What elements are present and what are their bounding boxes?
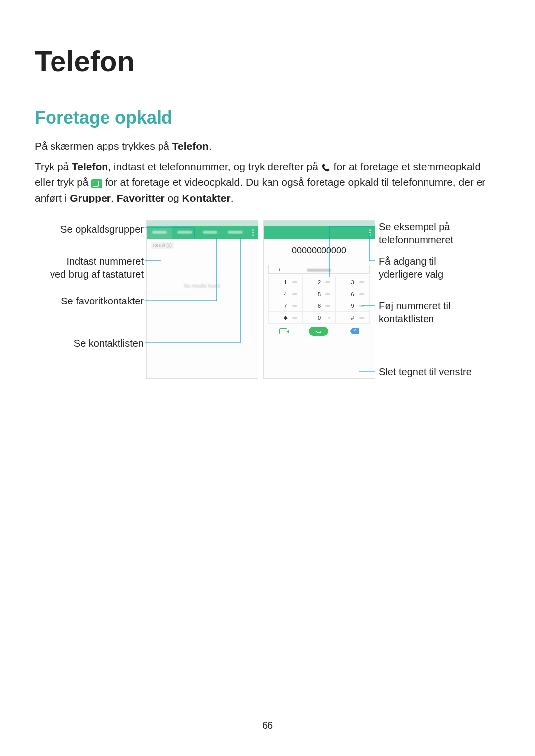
body-b2: Grupper [70,192,111,203]
no-results-text: No results found [151,283,254,289]
phone-screenshot-left: Result (0) No results found [146,220,258,379]
tab-groups[interactable] [172,226,197,239]
tab-contacts-r[interactable] [339,226,365,239]
call-button[interactable] [309,327,328,336]
key-1[interactable]: 1 [269,276,303,288]
body-s1: , [111,192,117,203]
tab-keypad-r[interactable] [264,226,289,239]
video-call-icon [91,179,102,188]
key-6[interactable]: 6 [336,288,370,300]
add-to-contacts-button[interactable] [268,265,370,274]
more-options-button[interactable] [248,229,258,236]
callout-favorites: Se favoritkontakter [47,295,144,307]
key-8[interactable]: 8 [303,300,336,312]
phone-screenshot-right: 00000000000 1 2 3 4 5 6 7 8 9 ✱ 0 # [263,220,375,379]
keypad: 1 2 3 4 5 6 7 8 9 ✱ 0 # [268,276,370,324]
tab-contacts[interactable] [222,226,248,239]
page-title: Telefon [35,45,500,78]
results-label: Result (0) [151,242,174,249]
key-hash[interactable]: # [336,312,370,324]
phone-icon [321,161,331,171]
callout-backspace: Slet tegnet til venstre [379,365,488,378]
backspace-button[interactable] [350,328,359,334]
callout-add-contact: Føj nummeret til kontaktlisten [379,300,478,325]
key-star[interactable]: ✱ [269,312,303,324]
callout-keypad: Indtast nummeret ved brug af tastaturet [37,255,144,281]
body-b1: Telefon [72,161,108,172]
body-p1: Tryk på [35,161,72,172]
intro-bold: Telefon [172,140,209,151]
more-options-button-r[interactable] [365,229,374,236]
callout-contacts: Se kontaktlisten [47,337,144,350]
body-b4: Kontakter [182,192,231,203]
key-7[interactable]: 7 [269,300,303,312]
body-b3: Favoritter [117,192,165,203]
key-3[interactable]: 3 [336,276,370,288]
body-paragraph: Tryk på Telefon, indtast et telefonnumme… [35,159,500,206]
tab-groups-r[interactable] [289,226,314,239]
diagram: Se opkaldsgrupper Indtast nummeret ved b… [52,220,483,399]
key-0[interactable]: 0 [303,312,336,324]
intro-suffix: . [209,140,212,151]
body-p2: , indtast et telefonnummer, og tryk dere… [108,161,321,172]
callout-more-options: Få adgang til yderligere valg [379,255,478,281]
callout-groups: Se opkaldsgrupper [47,223,144,236]
intro-paragraph: På skærmen apps trykkes på Telefon. [35,138,500,154]
video-call-button[interactable] [279,328,287,334]
intro-text: På skærmen apps trykkes på [35,140,172,151]
key-4[interactable]: 4 [269,288,303,300]
key-5[interactable]: 5 [303,288,336,300]
number-display: 00000000000 [264,246,374,256]
callout-preview: Se eksempel på telefonnummeret [379,220,478,246]
body-s2: og [165,192,182,203]
section-heading: Foretage opkald [35,107,500,128]
body-end: . [231,192,234,203]
key-9[interactable]: 9 [336,300,370,312]
page-number: 66 [0,720,535,731]
tab-keypad[interactable] [147,226,172,239]
tab-favorites-r[interactable] [314,226,339,239]
key-2[interactable]: 2 [303,276,336,288]
tab-favorites[interactable] [197,226,222,239]
